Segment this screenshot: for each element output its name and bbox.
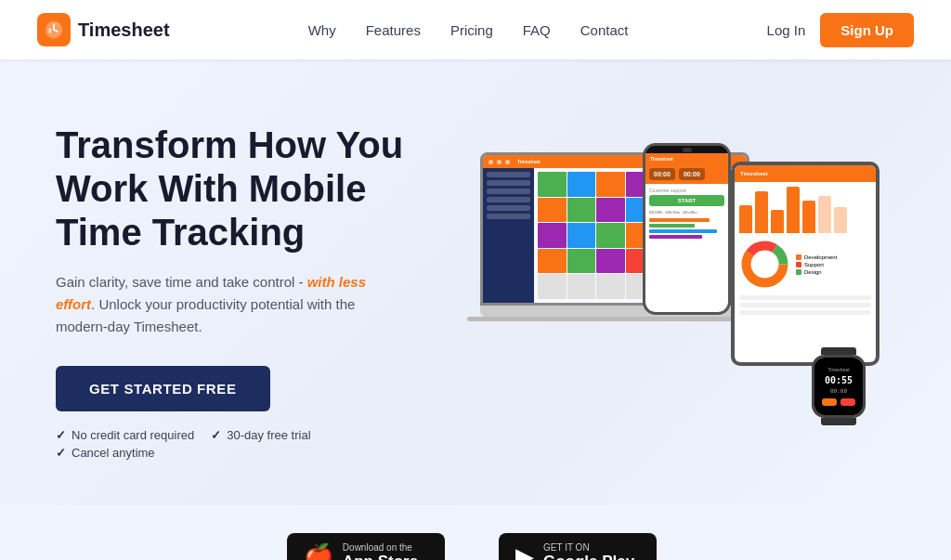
legend-dot-1 bbox=[796, 254, 801, 260]
cal-cell bbox=[567, 198, 596, 223]
ph-row-1 bbox=[649, 218, 710, 222]
phone-calendar-mini bbox=[649, 218, 724, 239]
cal-cell bbox=[538, 223, 567, 248]
signup-button[interactable]: Sign Up bbox=[820, 13, 914, 47]
nav-link-contact[interactable]: Contact bbox=[580, 22, 629, 38]
check-label-3: Cancel anytime bbox=[72, 446, 155, 460]
apple-store-badge[interactable]: 🍎 Download on the App Store bbox=[287, 533, 445, 560]
tr-1 bbox=[739, 295, 871, 300]
hero-section: Transform How You Work With Mobile Time … bbox=[0, 59, 951, 505]
device-tablet: Timesheet bbox=[731, 162, 879, 366]
logo[interactable]: Timesheet bbox=[37, 13, 170, 46]
hero-content: Transform How You Work With Mobile Time … bbox=[56, 124, 446, 461]
tb-1 bbox=[739, 205, 752, 233]
check-no-credit: ✓ No credit card required bbox=[56, 428, 194, 442]
tablet-content: Development Support Design bbox=[735, 182, 876, 322]
cal-cell bbox=[538, 249, 567, 274]
tablet-header: Timesheet bbox=[735, 165, 876, 182]
tablet-bar-chart bbox=[739, 187, 871, 233]
phone-stat-1: 020:00h bbox=[649, 210, 662, 215]
legend-1: Development bbox=[796, 254, 837, 260]
apple-badge-text: Download on the App Store bbox=[343, 542, 418, 560]
google-play-icon: ▶ bbox=[515, 542, 534, 560]
phone-time1: 00:00 bbox=[649, 168, 675, 180]
ls-item-2 bbox=[487, 180, 530, 186]
checkmark-icon-2: ✓ bbox=[211, 428, 221, 442]
hero-checks: ✓ No credit card required ✓ 30-day free … bbox=[56, 428, 446, 460]
phone-stats: 020:00h 42h:30m 54h:28m bbox=[649, 210, 724, 215]
appstore-badges: 🍎 Download on the App Store 5.0 ★★★★★ 7 … bbox=[287, 533, 664, 560]
google-badge-wrap: ▶ GET IT ON Google Play 4.5 ★★★★½ 12,968… bbox=[491, 533, 664, 560]
apple-badge-big: App Store bbox=[343, 553, 418, 560]
devices-container: Timesheet bbox=[480, 143, 879, 440]
hero-subtitle-after: . Unlock your productivity potential wit… bbox=[56, 296, 355, 334]
cal-cell bbox=[596, 172, 625, 197]
appstore-section: 🍎 Download on the App Store 5.0 ★★★★★ 7 … bbox=[0, 505, 951, 560]
nav-link-faq[interactable]: FAQ bbox=[523, 22, 551, 38]
device-phone: Timesheet 00:00 00:00 Customer support S… bbox=[643, 143, 731, 315]
svg-rect-1 bbox=[49, 28, 52, 33]
phone-app-label: Timesheet bbox=[650, 156, 723, 162]
legend-label-3: Design bbox=[804, 269, 822, 275]
cal-cell bbox=[567, 249, 596, 274]
google-badge-text: GET IT ON Google Play bbox=[543, 542, 634, 560]
phone-body-content: Customer support START 020:00h 42h:30m 5… bbox=[645, 184, 728, 242]
ph-row-3 bbox=[649, 229, 717, 233]
ls-item-6 bbox=[487, 214, 530, 219]
tablet-donut-svg bbox=[739, 239, 790, 290]
legend-dot-2 bbox=[796, 262, 801, 267]
tb-7 bbox=[834, 207, 847, 233]
svg-point-5 bbox=[758, 257, 773, 272]
phone-screen: Timesheet 00:00 00:00 Customer support S… bbox=[645, 153, 728, 312]
ph-row-4 bbox=[649, 235, 702, 239]
tablet-body: Timesheet bbox=[731, 162, 879, 366]
cal-cell bbox=[596, 223, 625, 248]
phone-label-support: Customer support bbox=[649, 188, 724, 193]
hero-subtitle: Gain clarity, save time and take control… bbox=[56, 271, 399, 338]
check-label-2: 30-day free trial bbox=[227, 428, 310, 442]
tr-3 bbox=[739, 310, 871, 315]
nav-link-features[interactable]: Features bbox=[366, 22, 421, 38]
phone-body: Timesheet 00:00 00:00 Customer support S… bbox=[643, 143, 731, 315]
tb-2 bbox=[755, 191, 768, 233]
laptop-dot-3 bbox=[505, 160, 510, 164]
watch-screen: Timesheet 00:55 00:00 bbox=[814, 358, 863, 415]
cta-button[interactable]: GET STARTED FREE bbox=[56, 366, 270, 411]
nav-link-why[interactable]: Why bbox=[308, 22, 336, 38]
phone-stat-2: 42h:30m bbox=[665, 210, 680, 215]
hero-subtitle-before: Gain clarity, save time and take control… bbox=[56, 274, 307, 290]
check-row-1: ✓ No credit card required ✓ 30-day free … bbox=[56, 428, 446, 442]
legend-dot-3 bbox=[796, 269, 801, 275]
phone-cam bbox=[683, 148, 692, 152]
check-cancel: ✓ Cancel anytime bbox=[56, 446, 155, 460]
cal-cell bbox=[538, 198, 567, 223]
ls-item-1 bbox=[487, 172, 530, 177]
laptop-foot bbox=[467, 317, 763, 321]
tb-4 bbox=[787, 187, 800, 233]
login-button[interactable]: Log In bbox=[767, 22, 806, 38]
watch-time: 00:55 bbox=[825, 375, 853, 385]
apple-badge-wrap: 🍎 Download on the App Store 5.0 ★★★★★ 7 … bbox=[287, 533, 445, 560]
laptop-sidebar bbox=[483, 168, 534, 303]
tablet-screen: Timesheet bbox=[735, 165, 876, 362]
apple-icon: 🍎 bbox=[304, 542, 333, 560]
hero-devices: Timesheet bbox=[446, 134, 914, 449]
google-badge-small: GET IT ON bbox=[543, 542, 634, 553]
navbar: Timesheet Why Features Pricing FAQ Conta… bbox=[0, 0, 951, 59]
phone-start-btn: START bbox=[649, 195, 724, 206]
cal-cell bbox=[596, 249, 625, 274]
watch-buttons bbox=[822, 398, 855, 406]
nav-link-pricing[interactable]: Pricing bbox=[450, 22, 493, 38]
cal-cell bbox=[567, 223, 596, 248]
ph-row-2 bbox=[649, 224, 695, 228]
tr-2 bbox=[739, 303, 871, 307]
google-play-badge[interactable]: ▶ GET IT ON Google Play bbox=[499, 533, 657, 560]
ls-item-3 bbox=[487, 189, 530, 194]
tablet-donut-wrap bbox=[739, 239, 790, 290]
check-free-trial: ✓ 30-day free trial bbox=[211, 428, 310, 442]
laptop-dot-2 bbox=[497, 160, 502, 164]
tb-5 bbox=[802, 201, 815, 233]
cal-cell bbox=[596, 274, 625, 299]
ls-item-4 bbox=[487, 197, 530, 202]
check-label-1: No credit card required bbox=[72, 428, 194, 442]
